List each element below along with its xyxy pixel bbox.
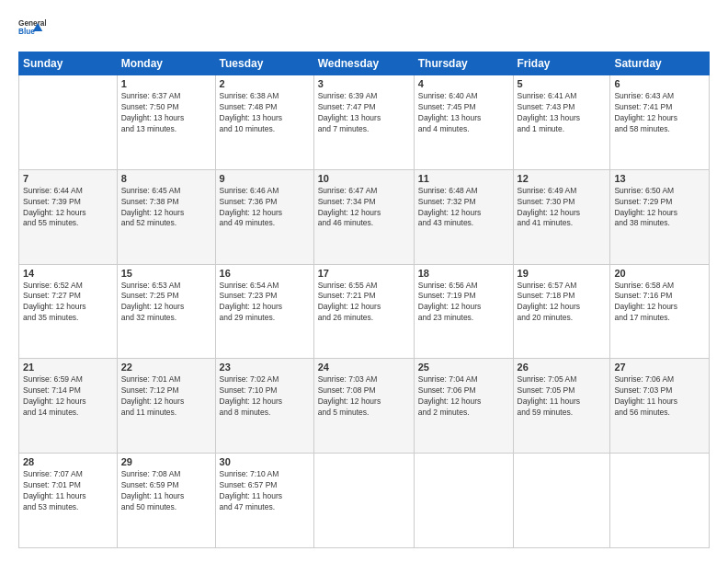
calendar-table: SundayMondayTuesdayWednesdayThursdayFrid… [18, 52, 710, 548]
svg-text:Blue: Blue [18, 28, 35, 36]
day-number: 23 [220, 362, 310, 373]
calendar-cell: 4Sunrise: 6:40 AM Sunset: 7:45 PM Daylig… [414, 75, 513, 170]
day-info: Sunrise: 6:54 AM Sunset: 7:23 PM Dayligh… [220, 281, 310, 325]
day-info: Sunrise: 6:59 AM Sunset: 7:14 PM Dayligh… [23, 374, 113, 419]
day-number: 8 [121, 173, 211, 184]
day-number: 16 [220, 268, 310, 279]
day-number: 22 [121, 362, 211, 373]
day-info: Sunrise: 6:45 AM Sunset: 7:38 PM Dayligh… [121, 186, 211, 230]
calendar-cell [513, 454, 610, 548]
calendar-cell: 17Sunrise: 6:55 AM Sunset: 7:21 PM Dayli… [313, 264, 414, 359]
day-info: Sunrise: 6:44 AM Sunset: 7:39 PM Dayligh… [23, 186, 113, 230]
day-info: Sunrise: 7:10 AM Sunset: 6:57 PM Dayligh… [220, 469, 310, 513]
day-info: Sunrise: 7:07 AM Sunset: 7:01 PM Dayligh… [23, 469, 113, 513]
week-row-1: 1Sunrise: 6:37 AM Sunset: 7:50 PM Daylig… [19, 75, 710, 170]
calendar-cell: 30Sunrise: 7:10 AM Sunset: 6:57 PM Dayli… [215, 454, 313, 548]
day-number: 29 [121, 456, 211, 467]
calendar-cell: 20Sunrise: 6:58 AM Sunset: 7:16 PM Dayli… [610, 264, 710, 359]
header: GeneralBlue [18, 15, 710, 42]
day-info: Sunrise: 6:56 AM Sunset: 7:19 PM Dayligh… [418, 281, 509, 325]
week-row-2: 7Sunrise: 6:44 AM Sunset: 7:39 PM Daylig… [19, 169, 710, 264]
day-info: Sunrise: 6:46 AM Sunset: 7:36 PM Dayligh… [220, 186, 310, 230]
weekday-header-monday: Monday [117, 52, 215, 75]
day-number: 10 [318, 173, 410, 184]
day-info: Sunrise: 7:04 AM Sunset: 7:06 PM Dayligh… [418, 374, 509, 419]
day-number: 26 [518, 362, 607, 373]
weekday-header-friday: Friday [513, 52, 610, 75]
day-number: 14 [23, 268, 113, 279]
day-number: 3 [318, 78, 410, 89]
day-number: 15 [121, 268, 211, 279]
day-number: 28 [23, 456, 113, 467]
day-info: Sunrise: 6:47 AM Sunset: 7:34 PM Dayligh… [318, 186, 410, 230]
calendar-cell: 26Sunrise: 7:05 AM Sunset: 7:05 PM Dayli… [513, 359, 610, 454]
calendar-cell: 29Sunrise: 7:08 AM Sunset: 6:59 PM Dayli… [117, 454, 215, 548]
day-number: 7 [23, 173, 113, 184]
day-number: 24 [318, 362, 410, 373]
day-info: Sunrise: 6:40 AM Sunset: 7:45 PM Dayligh… [418, 91, 509, 135]
weekday-header-thursday: Thursday [414, 52, 513, 75]
day-number: 18 [418, 268, 509, 279]
day-number: 2 [220, 78, 310, 89]
week-row-4: 21Sunrise: 6:59 AM Sunset: 7:14 PM Dayli… [19, 359, 710, 454]
day-number: 25 [418, 362, 509, 373]
calendar-cell: 22Sunrise: 7:01 AM Sunset: 7:12 PM Dayli… [117, 359, 215, 454]
day-number: 12 [518, 173, 607, 184]
day-number: 5 [518, 78, 607, 89]
calendar-cell: 2Sunrise: 6:38 AM Sunset: 7:48 PM Daylig… [215, 75, 313, 170]
calendar-cell: 21Sunrise: 6:59 AM Sunset: 7:14 PM Dayli… [19, 359, 118, 454]
calendar-cell: 11Sunrise: 6:48 AM Sunset: 7:32 PM Dayli… [414, 169, 513, 264]
day-number: 11 [418, 173, 509, 184]
week-row-5: 28Sunrise: 7:07 AM Sunset: 7:01 PM Dayli… [19, 454, 710, 548]
calendar-cell: 3Sunrise: 6:39 AM Sunset: 7:47 PM Daylig… [313, 75, 414, 170]
day-number: 1 [121, 78, 211, 89]
calendar-cell [313, 454, 414, 548]
calendar-cell [414, 454, 513, 548]
day-number: 6 [614, 78, 705, 89]
day-number: 9 [220, 173, 310, 184]
week-row-3: 14Sunrise: 6:52 AM Sunset: 7:27 PM Dayli… [19, 264, 710, 359]
calendar-cell: 18Sunrise: 6:56 AM Sunset: 7:19 PM Dayli… [414, 264, 513, 359]
weekday-header-row: SundayMondayTuesdayWednesdayThursdayFrid… [19, 52, 710, 75]
day-info: Sunrise: 7:01 AM Sunset: 7:12 PM Dayligh… [121, 374, 211, 419]
day-info: Sunrise: 6:37 AM Sunset: 7:50 PM Dayligh… [121, 91, 211, 135]
weekday-header-sunday: Sunday [19, 52, 118, 75]
weekday-header-saturday: Saturday [610, 52, 710, 75]
calendar-cell: 23Sunrise: 7:02 AM Sunset: 7:10 PM Dayli… [215, 359, 313, 454]
day-info: Sunrise: 6:52 AM Sunset: 7:27 PM Dayligh… [23, 281, 113, 325]
day-number: 4 [418, 78, 509, 89]
day-info: Sunrise: 6:55 AM Sunset: 7:21 PM Dayligh… [318, 281, 410, 325]
day-info: Sunrise: 6:53 AM Sunset: 7:25 PM Dayligh… [121, 281, 211, 325]
day-number: 27 [614, 362, 705, 373]
day-info: Sunrise: 6:49 AM Sunset: 7:30 PM Dayligh… [518, 186, 607, 230]
day-info: Sunrise: 6:43 AM Sunset: 7:41 PM Dayligh… [614, 91, 705, 135]
calendar-cell: 13Sunrise: 6:50 AM Sunset: 7:29 PM Dayli… [610, 169, 710, 264]
day-info: Sunrise: 7:03 AM Sunset: 7:08 PM Dayligh… [318, 374, 410, 419]
day-info: Sunrise: 6:41 AM Sunset: 7:43 PM Dayligh… [518, 91, 607, 135]
weekday-header-tuesday: Tuesday [215, 52, 313, 75]
day-info: Sunrise: 6:39 AM Sunset: 7:47 PM Dayligh… [318, 91, 410, 135]
day-number: 17 [318, 268, 410, 279]
calendar-cell: 1Sunrise: 6:37 AM Sunset: 7:50 PM Daylig… [117, 75, 215, 170]
day-info: Sunrise: 6:57 AM Sunset: 7:18 PM Dayligh… [518, 281, 607, 325]
calendar-cell: 7Sunrise: 6:44 AM Sunset: 7:39 PM Daylig… [19, 169, 118, 264]
day-info: Sunrise: 7:08 AM Sunset: 6:59 PM Dayligh… [121, 469, 211, 513]
day-number: 21 [23, 362, 113, 373]
calendar-cell: 25Sunrise: 7:04 AM Sunset: 7:06 PM Dayli… [414, 359, 513, 454]
calendar-cell: 24Sunrise: 7:03 AM Sunset: 7:08 PM Dayli… [313, 359, 414, 454]
svg-text:General: General [18, 19, 46, 28]
calendar-cell: 9Sunrise: 6:46 AM Sunset: 7:36 PM Daylig… [215, 169, 313, 264]
weekday-header-wednesday: Wednesday [313, 52, 414, 75]
calendar-cell: 6Sunrise: 6:43 AM Sunset: 7:41 PM Daylig… [610, 75, 710, 170]
day-info: Sunrise: 7:06 AM Sunset: 7:03 PM Dayligh… [614, 374, 705, 419]
calendar-cell: 19Sunrise: 6:57 AM Sunset: 7:18 PM Dayli… [513, 264, 610, 359]
calendar-cell [19, 75, 118, 170]
calendar-cell: 12Sunrise: 6:49 AM Sunset: 7:30 PM Dayli… [513, 169, 610, 264]
day-info: Sunrise: 6:58 AM Sunset: 7:16 PM Dayligh… [614, 281, 705, 325]
day-info: Sunrise: 6:38 AM Sunset: 7:48 PM Dayligh… [220, 91, 310, 135]
day-info: Sunrise: 6:48 AM Sunset: 7:32 PM Dayligh… [418, 186, 509, 230]
calendar-cell: 15Sunrise: 6:53 AM Sunset: 7:25 PM Dayli… [117, 264, 215, 359]
logo: GeneralBlue [18, 15, 46, 42]
calendar-cell: 10Sunrise: 6:47 AM Sunset: 7:34 PM Dayli… [313, 169, 414, 264]
day-info: Sunrise: 7:02 AM Sunset: 7:10 PM Dayligh… [220, 374, 310, 419]
